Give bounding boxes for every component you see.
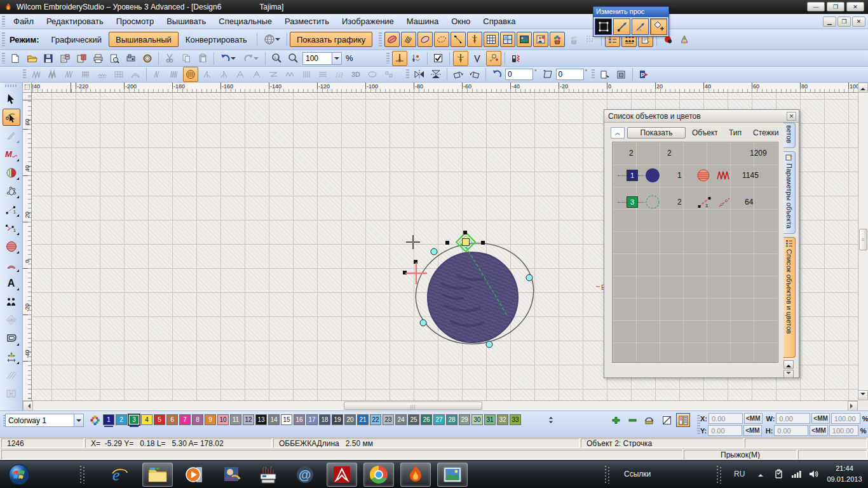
zoom-level-combo[interactable]: 100 [302, 52, 342, 65]
skew-angle-input[interactable]: 0 [556, 69, 584, 80]
menubar-grip[interactable] [2, 16, 5, 26]
palette-swatch-26[interactable]: 26 [421, 414, 432, 425]
menu-help[interactable]: Справка [477, 15, 522, 28]
reshape-angle-icon[interactable] [632, 18, 649, 35]
grid-icon[interactable] [484, 32, 499, 47]
print-icon[interactable] [90, 51, 105, 66]
stitch-select-icon[interactable] [392, 51, 407, 66]
x-field[interactable]: 0.00 [709, 413, 743, 424]
action-center-icon[interactable] [773, 469, 784, 479]
panel-scroll-up-button[interactable] [783, 360, 794, 369]
restore-button[interactable]: ❐ [827, 2, 844, 11]
measure-icon[interactable] [451, 32, 466, 47]
toolbar-grip[interactable] [386, 53, 390, 64]
object-row-2[interactable]: 3 2 1 64 [613, 191, 778, 214]
palette-swatch-30[interactable]: 30 [471, 414, 483, 425]
rotate-angle-icon[interactable] [489, 67, 505, 82]
row2-color-swatch[interactable]: 3 [627, 196, 638, 208]
graphic-mode-button[interactable]: Графический [44, 32, 109, 47]
palette-swatch-1[interactable]: 1 [103, 414, 114, 425]
toolbar-grip[interactable] [379, 32, 382, 46]
stitch-edit-icon[interactable] [409, 51, 424, 66]
palette-swatch-27[interactable]: 27 [433, 414, 445, 425]
embroidery-circle-object[interactable] [428, 252, 518, 342]
object-list[interactable]: 2 2 1209 1 1 1145 3 2 [612, 142, 778, 363]
palette-swatch-21[interactable]: 21 [357, 414, 369, 425]
zigzag-a-icon[interactable] [233, 67, 248, 82]
palette-swatch-32[interactable]: 32 [497, 414, 508, 425]
colorway-dropdown[interactable] [74, 414, 83, 426]
tray-grip-2[interactable] [717, 466, 722, 484]
3d-warp-button[interactable]: 3D [348, 67, 363, 82]
palette-swatch-2[interactable]: 2 [116, 414, 127, 425]
collapse-panel-button[interactable]: ︽ [611, 127, 625, 139]
select-tool[interactable] [3, 90, 20, 107]
rotation-diamond-handle[interactable] [456, 233, 475, 252]
penetration-point-icon[interactable] [470, 51, 485, 66]
feather-right-icon[interactable] [216, 67, 231, 82]
zoom-combo-dropdown[interactable] [332, 53, 341, 64]
toolbar-grip[interactable] [406, 69, 409, 80]
hoop-globe-button[interactable] [261, 32, 283, 47]
mirror-vertical-icon[interactable] [428, 67, 444, 82]
x-mm-button[interactable]: <MM [744, 413, 763, 424]
volume-icon[interactable] [808, 469, 820, 479]
thread-chart-icon[interactable] [676, 413, 690, 427]
vertical-scrollbar[interactable]: ≡ [858, 83, 868, 400]
color-blending-tool[interactable] [3, 164, 20, 181]
cycle-colors-icon[interactable] [642, 413, 656, 427]
add-stitch-angle-icon[interactable] [650, 18, 667, 35]
object-row-1[interactable]: 1 1 1145 [613, 164, 778, 187]
links-toolbar-label[interactable]: Ссылки [624, 470, 651, 478]
copy-icon[interactable] [179, 51, 194, 66]
palette-spinner[interactable] [546, 414, 555, 426]
needle-point-icon[interactable] [453, 51, 468, 66]
wave-fill-icon[interactable] [282, 67, 297, 82]
toolbar-grip[interactable] [23, 69, 26, 80]
palette-swatch-33[interactable]: 33 [510, 414, 521, 425]
hoop-send-icon[interactable] [140, 51, 155, 66]
horizontal-scroll-thumb[interactable]: ||| [344, 402, 482, 410]
paste-icon[interactable] [195, 51, 210, 66]
y-mm-button[interactable]: <MM [743, 425, 762, 436]
row1-color-swatch[interactable]: 1 [627, 170, 638, 181]
menu-edit[interactable]: Редактировать [40, 15, 110, 28]
minimize-button[interactable]: — [807, 2, 825, 11]
taskbar-wilcom-machine[interactable] [253, 463, 283, 487]
bitmap-image-icon[interactable] [517, 32, 532, 47]
remove-color-icon[interactable] [625, 413, 639, 427]
toolbar-grip[interactable] [2, 32, 5, 46]
knife-tool[interactable] [3, 127, 20, 144]
taskbar-wilcom-flame[interactable] [400, 463, 431, 487]
palette-swatch-11[interactable]: 11 [230, 414, 241, 425]
taskbar-mail-app[interactable]: @ [290, 463, 320, 487]
hoop-template-icon[interactable] [500, 32, 515, 47]
h-field[interactable]: 0.00 [774, 425, 808, 436]
print-preview-icon[interactable] [107, 51, 122, 66]
ruler-corner-button[interactable] [23, 83, 32, 93]
satin-wide-icon[interactable] [166, 67, 182, 82]
open-design-icon[interactable] [24, 51, 39, 66]
tab-object-color-list[interactable]: Список объектов и цветов [783, 237, 796, 358]
backstitch-tool[interactable]: 1 [3, 219, 20, 236]
border-tool[interactable] [3, 330, 20, 347]
language-indicator[interactable]: RU [734, 470, 745, 478]
show-button[interactable]: Показать [627, 127, 686, 139]
monogram-tool[interactable]: ABC [3, 311, 20, 329]
anchor-cross-marker[interactable] [405, 262, 427, 284]
palette-swatch-20[interactable]: 20 [344, 414, 356, 425]
zoom-1to1-icon[interactable]: 1:1 [269, 51, 284, 66]
column-type[interactable]: Тип [729, 128, 742, 137]
palette-swatch-5[interactable]: 5 [154, 414, 165, 425]
convert-mode-button[interactable]: Конвертировать [179, 32, 254, 47]
palette-swatch-12[interactable]: 12 [243, 414, 254, 425]
mdi-close-button[interactable]: ✕ [852, 17, 865, 27]
reshape-views-icon[interactable] [486, 51, 501, 66]
menu-file[interactable]: Файл [7, 15, 40, 28]
reshape-tool[interactable] [3, 109, 20, 126]
palette-swatch-25[interactable]: 25 [408, 414, 419, 425]
trim-lines-icon[interactable] [315, 67, 330, 82]
zoom-tool-icon[interactable] [285, 51, 301, 66]
rotate-right-45-icon[interactable] [467, 67, 482, 82]
taskbar-ie[interactable]: e [104, 463, 135, 487]
